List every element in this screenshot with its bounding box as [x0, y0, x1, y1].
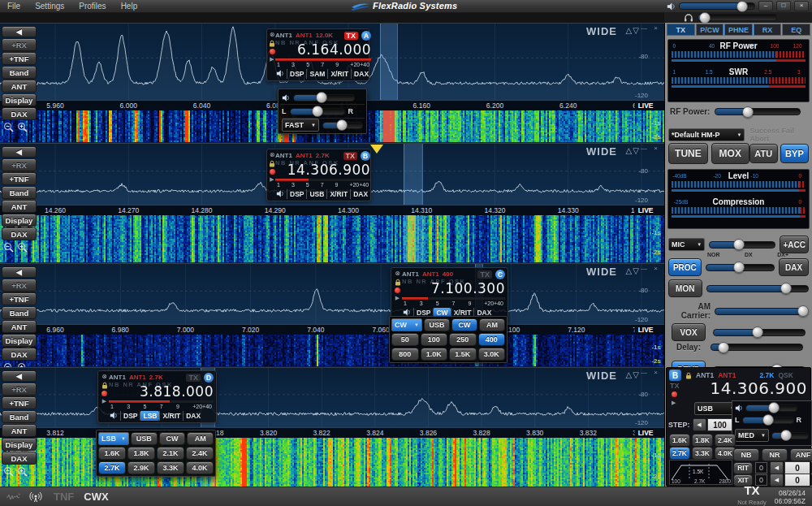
filter-3-0k-button[interactable]: 3.0K: [478, 348, 506, 361]
filter-width-label[interactable]: 2.7K: [149, 374, 163, 381]
panel-window-controls[interactable]: — ×: [641, 145, 660, 152]
waterfall-rate-dropdown[interactable]: FAST▼: [282, 119, 319, 132]
am-carrier-slider[interactable]: [715, 308, 807, 315]
proc-button[interactable]: PROC: [668, 258, 702, 276]
tx-antenna-label[interactable]: ANT1: [296, 32, 313, 39]
tab-phne[interactable]: PHNE: [724, 24, 753, 36]
lock-icon[interactable]: [102, 382, 108, 389]
slice-volume-slider[interactable]: [745, 404, 797, 412]
sidebar-dax-button[interactable]: DAX: [2, 227, 37, 240]
mic-level-slider[interactable]: [709, 241, 775, 249]
filter-2-7k-button[interactable]: 2.7K: [98, 461, 126, 474]
close-slice-icon[interactable]: ⊗: [270, 32, 275, 38]
sidebar--rx-button[interactable]: +RX: [2, 279, 37, 292]
menu-settings[interactable]: Settings: [28, 2, 71, 11]
sidebar-dax-button[interactable]: DAX: [2, 452, 37, 465]
flag-dsp-button[interactable]: DSP: [287, 69, 306, 79]
master-volume-slider[interactable]: [679, 2, 755, 10]
tune-step-decrement[interactable]: ◀: [693, 418, 706, 431]
mode-dropdown[interactable]: CW▼: [391, 318, 422, 331]
filter-100-button[interactable]: 100: [421, 333, 448, 346]
byp-button[interactable]: BYP: [780, 144, 809, 163]
sidebar-ant-button[interactable]: ANT: [2, 320, 37, 333]
sidebar-band-button[interactable]: Band: [2, 66, 37, 79]
filter-1-6k-button[interactable]: 1.6K: [98, 447, 126, 460]
vox-delay-slider[interactable]: [710, 344, 803, 351]
flag-dsp-button[interactable]: DSP: [287, 189, 306, 199]
mox-button[interactable]: MOX: [711, 143, 749, 164]
vox-button[interactable]: VOX: [672, 323, 706, 341]
rx-antenna-label[interactable]: ANT1: [402, 270, 419, 278]
menu-profiles[interactable]: Profiles: [71, 2, 113, 11]
slice-balance-slider[interactable]: [742, 417, 794, 424]
slice-audio-button[interactable]: [275, 70, 287, 79]
slice-audio-button[interactable]: [109, 412, 120, 421]
filter-800-button[interactable]: 800: [391, 348, 419, 361]
frequency-display[interactable]: 14.306.900: [710, 378, 807, 398]
filter-width-label[interactable]: 12.0K: [316, 32, 333, 39]
zoom-in-icon[interactable]: [17, 362, 28, 367]
frequency-display[interactable]: 6.164.000: [275, 43, 371, 57]
sidebar-display-button[interactable]: Display: [2, 438, 37, 451]
tab-eq[interactable]: EQ: [782, 24, 810, 36]
filter-2-7k-button[interactable]: 2.7K: [669, 447, 690, 460]
proc-level-slider[interactable]: [706, 264, 775, 271]
tx-antenna-label[interactable]: ANT1: [296, 152, 313, 159]
record-icon[interactable]: [395, 288, 400, 293]
frequency-axis[interactable]: 14.26014.27014.28014.29014.30014.31014.3…: [0, 205, 664, 215]
mode-cw-button[interactable]: CW: [451, 318, 477, 331]
atu-button[interactable]: ATU: [749, 144, 778, 163]
rx-antenna-label[interactable]: ANT1: [275, 32, 292, 39]
filter-1-8k-button[interactable]: 1.8K: [127, 447, 155, 460]
filter-2-4k-button[interactable]: 2.4K: [186, 447, 214, 460]
xit-decrement[interactable]: ◀: [770, 474, 784, 487]
lock-icon[interactable]: [269, 40, 275, 47]
antenna-broadcast-icon[interactable]: [29, 491, 42, 502]
slice-volume-slider[interactable]: [293, 94, 355, 102]
zoom-out-icon[interactable]: [3, 242, 14, 253]
slice-flag-C[interactable]: ⊗▶ANT1ANT1400TXCNB NR APF QSK7.100.30013…: [391, 267, 508, 320]
zoom-in-icon[interactable]: [17, 122, 28, 132]
sidebar-ant-button[interactable]: ANT: [2, 80, 37, 93]
tx-slice-badge[interactable]: TX: [670, 382, 680, 390]
record-icon[interactable]: [102, 391, 107, 396]
panel-window-controls[interactable]: — ×: [641, 24, 660, 32]
dax-button[interactable]: DAX: [779, 258, 809, 276]
waterfall-display[interactable]: [0, 334, 664, 366]
sidebar-dax-button[interactable]: DAX: [2, 107, 37, 120]
zoom-in-icon[interactable]: [17, 242, 28, 253]
mode-usb-button[interactable]: USB: [131, 432, 158, 445]
xit-value[interactable]: 0: [784, 474, 810, 487]
agc-threshold-slider[interactable]: [771, 432, 809, 439]
sidebar-ant-button[interactable]: ANT: [2, 200, 37, 213]
mode-usb-button[interactable]: USB: [424, 318, 450, 331]
filter-250-button[interactable]: 250: [449, 333, 477, 346]
filter-400-button[interactable]: 400: [478, 333, 506, 346]
rx-antenna-label[interactable]: ANT1: [109, 374, 126, 381]
wide-band-button[interactable]: WIDE: [586, 25, 617, 37]
sidebar-band-button[interactable]: Band: [2, 306, 37, 319]
filter-4-0k-button[interactable]: 4.0K: [186, 461, 214, 474]
mic-source-dropdown[interactable]: MIC▼: [668, 238, 705, 251]
rit-button[interactable]: RIT: [733, 462, 753, 474]
mon-button[interactable]: MON: [668, 279, 702, 297]
band-up-down-arrows[interactable]: △▽: [626, 370, 640, 379]
frequency-display[interactable]: 14.306.900: [275, 163, 370, 177]
tx-antenna-label[interactable]: ANT1: [129, 374, 146, 381]
close-slice-icon[interactable]: ⊗: [270, 152, 275, 158]
sidebar-band-button[interactable]: Band: [2, 410, 37, 423]
collapse-sidebar-button[interactable]: ◀: [2, 370, 37, 382]
frequency-display[interactable]: 3.818.000: [109, 385, 214, 399]
mode-cw-button[interactable]: CW: [159, 432, 186, 445]
tab-tx[interactable]: TX: [667, 24, 695, 36]
panel-window-controls[interactable]: — ×: [641, 369, 660, 376]
filter-3-3k-button[interactable]: 3.3K: [692, 447, 713, 460]
sidebar-band-button[interactable]: Band: [2, 186, 37, 199]
flag-lsb-button[interactable]: LSB: [140, 411, 159, 421]
tx-slice-badge[interactable]: TX: [344, 32, 359, 40]
flag-x-rit-button[interactable]: X/RIT: [327, 69, 351, 79]
zoom-out-icon[interactable]: [3, 122, 14, 132]
sidebar--tnf-button[interactable]: +TNF: [2, 396, 37, 409]
rf-power-slider[interactable]: [715, 108, 801, 115]
sidebar-display-button[interactable]: Display: [2, 93, 37, 106]
